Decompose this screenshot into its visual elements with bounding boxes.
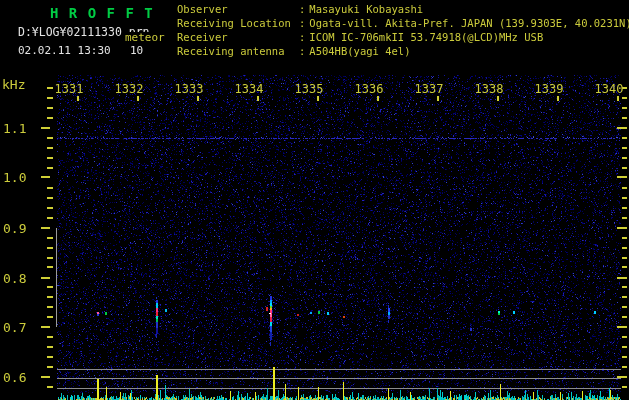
station-info-row-receiver: Receiver:ICOM IC-706mkII 53.74918(@LCD)M…	[177, 32, 543, 43]
x-axis-tick-label: 1340	[594, 83, 624, 95]
y-axis-tick-label: 0.9	[3, 222, 26, 235]
station-info-row-location: Receiving Location:Ogata-vill. Akita-Pre…	[177, 18, 629, 29]
info-label: Receiver	[177, 32, 299, 43]
y-axis-tick-label: 0.6	[3, 371, 26, 384]
info-label: Receiving antenna	[177, 46, 299, 57]
info-value: ICOM IC-706mkII 53.74918(@LCD)MHz USB	[309, 31, 543, 43]
khz-unit-label: kHz	[2, 78, 25, 91]
spectrogram-canvas	[0, 0, 629, 400]
x-axis-tick-label: 1335	[294, 83, 324, 95]
x-axis-tick-label: 1331	[54, 83, 84, 95]
info-separator: :	[299, 32, 305, 43]
x-axis-tick-label: 1332	[114, 83, 144, 95]
station-info-row-antenna: Receiving antenna:A504HB(yagi 4el)	[177, 46, 410, 57]
x-axis-tick-label: 1334	[234, 83, 264, 95]
x-axis-tick-label: 1336	[354, 83, 384, 95]
x-axis-tick-label: 1337	[414, 83, 444, 95]
info-value: Masayuki Kobayashi	[309, 3, 423, 15]
info-separator: :	[299, 4, 305, 15]
y-axis-tick-label: 0.8	[3, 272, 26, 285]
y-axis-tick-label: 1.0	[3, 171, 26, 184]
app-title: H R O F F T	[50, 6, 154, 20]
y-axis-tick-label: 0.7	[3, 321, 26, 334]
info-separator: :	[299, 46, 305, 57]
x-axis-tick-label: 1339	[534, 83, 564, 95]
record-duration: 10	[130, 45, 143, 56]
hrofft-window: H R O F F T D:¥LOG¥02111330.prn meteor 0…	[0, 0, 629, 400]
mode-label: meteor	[123, 32, 165, 43]
info-value: A504HB(yagi 4el)	[309, 45, 410, 57]
info-value: Ogata-vill. Akita-Pref. JAPAN (139.9303E…	[309, 17, 629, 29]
x-axis-tick-label: 1338	[474, 83, 504, 95]
info-label: Observer	[177, 4, 299, 15]
info-label: Receiving Location	[177, 18, 299, 29]
info-separator: :	[299, 18, 305, 29]
y-axis-tick-label: 1.1	[3, 122, 26, 135]
record-datetime: 02.02.11 13:30	[18, 45, 111, 56]
x-axis-tick-label: 1333	[174, 83, 204, 95]
station-info-row-observer: Observer:Masayuki Kobayashi	[177, 4, 423, 15]
